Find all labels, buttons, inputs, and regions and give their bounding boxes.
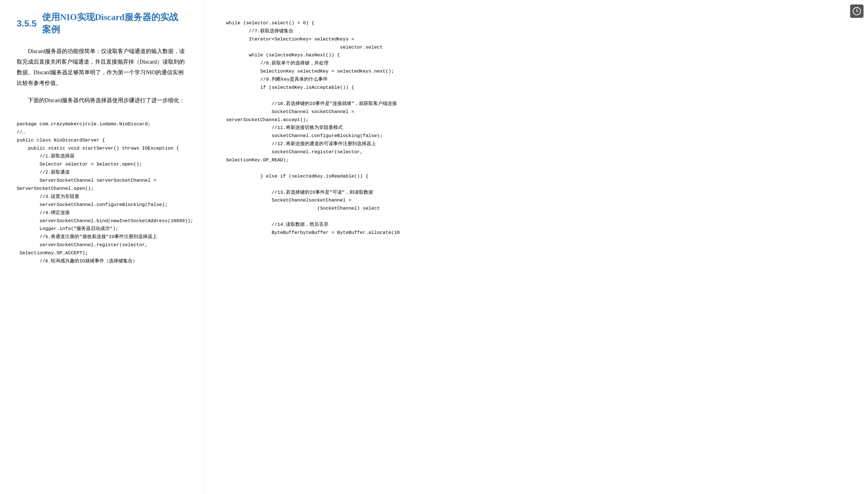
code-line-logger: Logger.info("服务器启动成功"); (17, 226, 118, 231)
code-while-selector: while (selector.select() > 0) { (226, 20, 314, 26)
code-comment-4: //4.绑定连接 (17, 210, 70, 215)
code-comment-8: //8.获取单个的选择键，并处理 (226, 61, 328, 66)
left-panel: 3.5.5 使用NIO实现Discard服务器的实战案例 Discard服务器的… (0, 0, 204, 494)
code-line-register-2: SelectionKey.OP_ACCEPT); (17, 250, 88, 256)
section-title-text: 使用NIO实现Discard服务器的实战案例 (42, 11, 187, 36)
clock-icon (850, 4, 864, 18)
code-selectkey: SelectionKey selectedKey = selectedKeys.… (226, 69, 394, 74)
code-comment-3: //3.设置为非阻塞 (17, 194, 79, 199)
code-comment-2: //2.获取通道 (17, 170, 70, 175)
code-line-selector: Selector selector = Selector.open(); (17, 162, 142, 167)
code-line-serversocketchannel-1: ServerSocketChannel serverSocketChannel … (17, 178, 156, 183)
code-socketchannel-1: SocketChannel socketChannel = (226, 109, 354, 114)
code-line-method: public static void startServer() throws … (17, 146, 179, 151)
code-line-package: package com.crazymakercircle.iodemo.NioD… (17, 121, 151, 127)
code-socketchannel-cast-2: (SocketChannel) select (226, 206, 380, 211)
code-comment-11: //11.将新连接切换为非阻塞模式 (226, 125, 343, 130)
code-comment-7: //7.获取选择键集合 (226, 28, 293, 34)
right-code-block: while (selector.select() > 0) { //7.获取选择… (226, 11, 851, 245)
code-while-hasnext: while (selectedKeys.hasNext()) { (226, 53, 340, 58)
code-comment-6: //6.轮询感兴趣的IO就绪事件（选择键集合） (17, 259, 137, 264)
description-paragraph-2: 下面的Discard服务器代码将选择器使用步骤进行了进一步细化： (17, 95, 187, 106)
code-line-comment-dots: //… (17, 130, 25, 135)
code-line-register-1: serverSocketChannel.register(selector, (17, 242, 148, 248)
code-line-configureblocking: serverSocketChannel.configureBlocking(fa… (17, 202, 168, 207)
code-register-read-2: SelectionKey.OP_READ); (226, 157, 289, 163)
code-iterator-1: Iterator<SelectionKey> selectedKeys = (226, 37, 354, 42)
section-title: 3.5.5 使用NIO实现Discard服务器的实战案例 (17, 11, 187, 36)
right-panel: while (selector.select() > 0) { //7.获取选择… (204, 0, 868, 494)
section-number: 3.5.5 (17, 18, 37, 29)
code-comment-9: //9.判断key是具体的什么事件 (226, 77, 328, 82)
code-line-class: public class NioDiscardServer { (17, 138, 105, 143)
code-comment-13: //13.若选择键的IO事件是"可读"，则读取数据 (226, 190, 373, 195)
code-else-if-readable: } else if (selectedKey.isReadable()) { (226, 174, 368, 179)
left-code-block: package com.crazymakercircle.iodemo.NioD… (17, 112, 187, 273)
code-comment-14: //14.读取数据，然后丢弃 (226, 222, 328, 227)
code-comment-5: //5.将通道注册的"接收新连接"IO事件注册到选择器上 (17, 234, 157, 240)
code-iterator-2: selector.select (226, 45, 383, 50)
code-socketchannel-cast-1: SocketChannelsocketChannel = (226, 197, 351, 203)
code-comment-12: //12.将新连接的通道的可读事件注册到选择器上 (226, 141, 376, 147)
code-register-read-1: socketChannel.register(selector, (226, 149, 363, 155)
code-socketchannel-2: serverSocketChannel.accept(); (226, 117, 309, 122)
code-comment-10: //10.若选择键的IO事件是"连接就绪"，就获取客户端连接 (226, 101, 397, 106)
description-paragraph-1: Discard服务器的功能很简单：仅读取客户端通道的输入数据，读取完成后直接关闭… (17, 46, 187, 88)
code-if-acceptable: if (selectedKey.isAcceptable()) { (226, 85, 354, 90)
code-line-serversocketchannel-2: ServerSocketChannel.open(); (17, 186, 94, 191)
code-comment-1: //1.获取选择器 (17, 153, 75, 159)
code-bytebuffer: ByteBufferbyteBuffer = ByteBuffer.alloca… (226, 230, 400, 235)
code-configureblocking: socketChannel.configureBlocking(false); (226, 133, 383, 138)
code-line-bind: serverSocketChannel.bind(newInetSocketAd… (17, 218, 193, 224)
